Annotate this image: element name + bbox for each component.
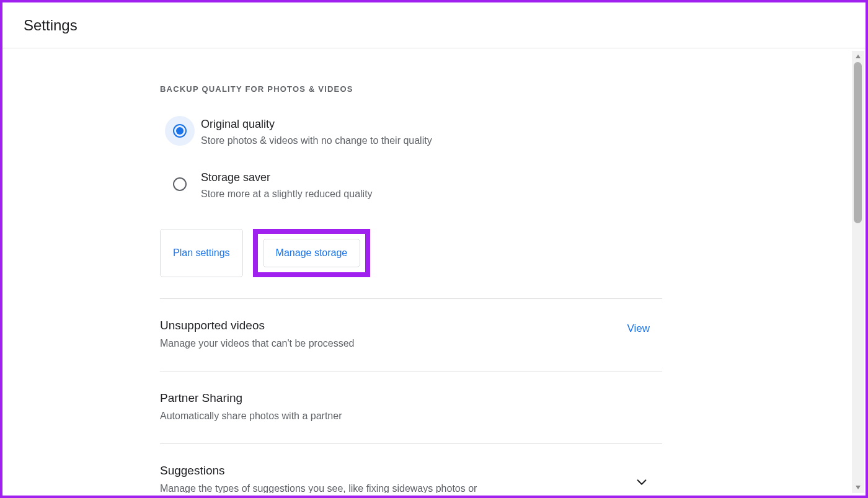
settings-header: Settings <box>2 2 866 48</box>
radio-unselected-icon <box>173 177 187 191</box>
unsupported-videos-texts: Unsupported videos Manage your videos th… <box>160 318 627 351</box>
svg-marker-1 <box>856 486 861 489</box>
list-item-description: Automatically share photos with a partne… <box>160 409 532 424</box>
list-item-title: Partner Sharing <box>160 390 650 406</box>
unsupported-videos-view-link[interactable]: View <box>627 318 662 335</box>
list-item-title: Suggestions <box>160 463 622 479</box>
scrollbar[interactable] <box>852 51 864 493</box>
radio-option-original-quality[interactable]: Original quality Store photos & videos w… <box>160 109 662 162</box>
radio-dot-icon <box>176 127 184 135</box>
plan-settings-button[interactable]: Plan settings <box>160 229 243 277</box>
settings-window: Settings BACKUP QUALITY FOR PHOTOS & VID… <box>0 0 868 498</box>
radio-option-title: Storage saver <box>201 169 373 185</box>
suggestions-item[interactable]: Suggestions Manage the types of suggesti… <box>160 444 662 493</box>
radio-selected-icon <box>173 124 187 138</box>
list-item-description: Manage the types of suggestions you see,… <box>160 481 532 493</box>
backup-quality-section-label: BACKUP QUALITY FOR PHOTOS & VIDEOS <box>160 51 662 109</box>
radio-option-title: Original quality <box>201 116 432 132</box>
scrollbar-down-arrow-icon[interactable] <box>852 482 864 493</box>
scrollbar-thumb[interactable] <box>854 62 862 223</box>
unsupported-videos-item[interactable]: Unsupported videos Manage your videos th… <box>160 299 662 371</box>
manage-storage-highlight: Manage storage <box>253 229 371 277</box>
list-item-description: Manage your videos that can't be process… <box>160 336 532 351</box>
radio-option-storage-saver[interactable]: Storage saver Store more at a slightly r… <box>160 162 662 215</box>
radio-option-description: Store photos & videos with no change to … <box>201 133 432 148</box>
radio-original-quality-texts: Original quality Store photos & videos w… <box>201 116 432 148</box>
manage-storage-button[interactable]: Manage storage <box>263 239 361 267</box>
radio-option-description: Store more at a slightly reduced quality <box>201 187 373 202</box>
settings-scroll-area[interactable]: BACKUP QUALITY FOR PHOTOS & VIDEOS Origi… <box>2 51 851 493</box>
radio-storage-saver-texts: Storage saver Store more at a slightly r… <box>201 169 373 202</box>
suggestions-texts: Suggestions Manage the types of suggesti… <box>160 463 635 493</box>
partner-sharing-item[interactable]: Partner Sharing Automatically share phot… <box>160 371 662 443</box>
radio-original-quality-icon <box>165 116 195 146</box>
radio-storage-saver-icon <box>165 169 195 199</box>
backup-quality-buttons: Plan settings Manage storage <box>160 215 662 298</box>
partner-sharing-texts: Partner Sharing Automatically share phot… <box>160 390 662 424</box>
list-item-title: Unsupported videos <box>160 318 614 334</box>
scrollbar-up-arrow-icon[interactable] <box>852 51 864 62</box>
page-title: Settings <box>24 17 78 34</box>
settings-content: BACKUP QUALITY FOR PHOTOS & VIDEOS Origi… <box>160 51 662 493</box>
chevron-down-icon <box>635 463 662 489</box>
svg-marker-0 <box>856 55 861 58</box>
